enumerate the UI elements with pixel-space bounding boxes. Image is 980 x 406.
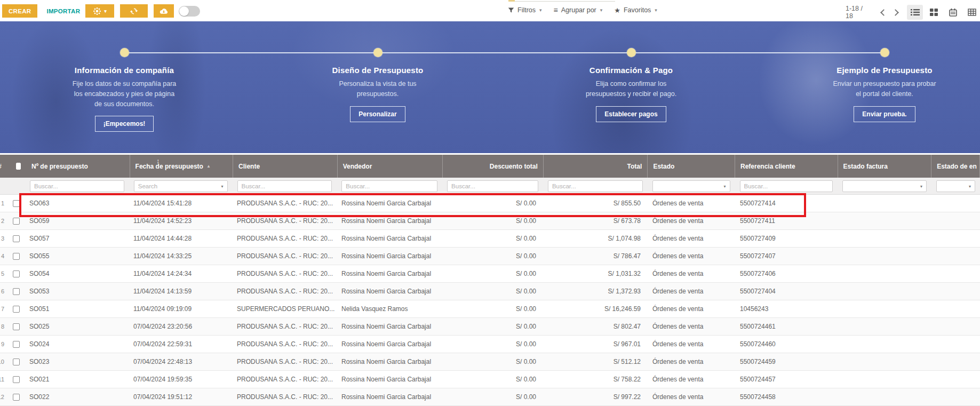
cell-state: Órdenes de venta [647, 230, 735, 247]
group-by-menu[interactable]: ≡ Agrupar por ▾ [554, 6, 603, 14]
filter-input-client[interactable] [237, 180, 332, 192]
select-all-checkbox[interactable] [11, 155, 26, 178]
chevron-down-icon: ▾ [221, 184, 224, 189]
cell-client-reference: 5500727409 [735, 230, 838, 247]
table-row[interactable]: 9 SO024 07/04/2024 22:59:31 PRODUSANA S.… [0, 336, 980, 353]
customize-layout-button[interactable]: Personalizar [350, 106, 405, 122]
setup-payments-button[interactable]: Establecer pagos [596, 106, 666, 122]
filter-select-delivery-state[interactable]: ▾ [936, 180, 975, 192]
column-header-client-reference[interactable]: Referencia cliente [735, 155, 838, 178]
cell-seller: Rossina Noemi Garcia Carbajal [336, 318, 442, 335]
table-row[interactable]: 1 SO063 11/04/2024 15:41:28 PRODUSANA S.… [0, 195, 980, 212]
cell-client: PRODUSANA S.A.C. - RUC: 20... [232, 371, 336, 388]
row-checkbox[interactable] [13, 288, 20, 295]
table-row[interactable]: 7 SO051 11/04/2024 09:19:09 SUPERMERCADO… [0, 300, 980, 318]
favorites-menu[interactable]: ★ Favoritos ▾ [614, 6, 657, 14]
filter-input-so-number[interactable] [30, 180, 124, 192]
cell-delivery-state [931, 353, 980, 370]
row-checkbox[interactable] [13, 235, 20, 242]
company-setup-button[interactable]: ¡Empecemos! [95, 116, 154, 132]
column-header-delivery-state[interactable]: Estado de en [931, 155, 980, 178]
filter-input-total[interactable] [548, 180, 643, 192]
row-checkbox[interactable] [13, 359, 20, 365]
calendar-view-button[interactable] [945, 5, 961, 20]
table-row[interactable]: 12 SO022 07/04/2024 19:51:12 PRODUSANA S… [0, 388, 980, 406]
table-row[interactable]: 5 SO054 11/04/2024 14:24:34 PRODUSANA S.… [0, 265, 980, 283]
column-header-state[interactable]: Estado [648, 155, 735, 178]
cell-total: S/ 967.01 [543, 336, 647, 353]
cell-seller: Rossina Noemi Garcia Carbajal [336, 195, 442, 212]
cell-client: PRODUSANA S.A.C. - RUC: 20... [232, 212, 336, 229]
column-header-so-number[interactable]: Nº de presupuesto [26, 155, 130, 178]
cell-state: Órdenes de venta [647, 371, 735, 388]
onboarding-step-quotation-layout: Diseño de Presupuesto Personaliza la vis… [290, 66, 466, 122]
row-checkbox[interactable] [13, 341, 20, 348]
row-checkbox[interactable] [13, 376, 20, 383]
filter-select-state[interactable]: ▾ [652, 180, 730, 192]
column-header-seller[interactable]: Vendedor [338, 155, 443, 178]
cell-delivery-state [931, 300, 980, 317]
table-row[interactable]: 11 SO021 07/04/2024 19:59:35 PRODUSANA S… [0, 371, 980, 388]
table-row[interactable]: 3 SO057 11/04/2024 14:44:28 PRODUSANA S.… [0, 230, 980, 248]
onboarding-step-confirmation-payment: Confirmación & Pago Elija como confirmar… [543, 66, 719, 122]
cell-discount: S/ 0.00 [442, 248, 543, 265]
column-header-invoice-state[interactable]: Estado factura [838, 155, 932, 178]
cell-total: S/ 855.50 [543, 195, 647, 212]
column-header-discount[interactable]: Descuento total [443, 155, 544, 178]
row-checkbox[interactable] [13, 323, 20, 330]
cell-date: 07/04/2024 22:48:13 [128, 353, 232, 370]
onboarding-banner: Información de compañía Fije los datos d… [0, 21, 980, 153]
settings-dropdown-button[interactable]: ▾ [85, 4, 114, 18]
column-header-client[interactable]: Cliente [233, 155, 338, 178]
row-checkbox[interactable] [13, 253, 20, 260]
kanban-view-icon [930, 9, 938, 16]
filter-select-invoice-state[interactable]: ▾ [842, 180, 927, 192]
create-button[interactable]: CREAR [2, 4, 37, 18]
import-button[interactable]: IMPORTAR [46, 8, 80, 14]
chevron-down-icon: ▾ [723, 184, 726, 189]
row-checkbox[interactable] [13, 270, 20, 277]
cell-state: Órdenes de venta [647, 212, 735, 229]
pager-previous-button[interactable] [877, 6, 887, 18]
cell-discount: S/ 0.00 [442, 283, 543, 300]
filter-input-discount[interactable] [447, 180, 538, 192]
list-view-button[interactable] [907, 5, 923, 20]
cell-state: Órdenes de venta [647, 353, 735, 370]
cloud-sync-button[interactable] [154, 4, 174, 18]
pager-next-button[interactable] [890, 6, 901, 18]
filter-select-date[interactable]: Search ▾ [134, 180, 228, 192]
cell-seller: Rossina Noemi Garcia Carbajal [336, 283, 442, 300]
kanban-view-button[interactable] [926, 5, 942, 20]
row-checkbox[interactable] [13, 394, 20, 401]
row-checkbox[interactable] [13, 218, 20, 225]
row-checkbox[interactable] [13, 200, 20, 207]
cell-date: 07/04/2024 23:20:56 [128, 318, 232, 335]
table-row[interactable]: 2 SO059 11/04/2024 14:52:23 PRODUSANA S.… [0, 212, 980, 230]
pivot-view-button[interactable] [964, 5, 980, 20]
column-header-total[interactable]: Total [544, 155, 648, 178]
filter-input-client-reference[interactable] [740, 180, 833, 192]
row-checkbox[interactable] [13, 306, 20, 313]
cell-invoice-state [838, 353, 931, 370]
filter-input-seller[interactable] [341, 180, 437, 192]
table-row[interactable]: 10 SO023 07/04/2024 22:48:13 PRODUSANA S… [0, 353, 980, 371]
step-dot-2 [373, 48, 383, 57]
cell-delivery-state [931, 283, 980, 300]
cell-state: Órdenes de venta [647, 283, 735, 300]
column-header-date[interactable]: Fecha de presupuesto ▲ [130, 155, 234, 178]
cell-so-number: SO054 [24, 265, 128, 282]
cell-client: PRODUSANA S.A.C. - RUC: 20... [232, 248, 336, 265]
cell-client-reference: 5500724461 [735, 318, 838, 335]
cell-seller: Nelida Vasquez Ramos [336, 300, 442, 317]
cell-invoice-state [838, 371, 931, 388]
table-row[interactable]: 8 SO025 07/04/2024 23:20:56 PRODUSANA S.… [0, 318, 980, 336]
cell-invoice-state [838, 300, 931, 317]
table-row[interactable]: 6 SO053 11/04/2024 14:13:59 PRODUSANA S.… [0, 283, 980, 300]
table-row[interactable]: 4 SO055 11/04/2024 14:33:25 PRODUSANA S.… [0, 248, 980, 265]
send-sample-button[interactable]: Enviar prueba. [854, 106, 915, 122]
toggle-switch[interactable] [179, 6, 200, 17]
refresh-button[interactable] [120, 4, 148, 18]
cell-delivery-state [931, 336, 980, 353]
step-dot-4 [880, 48, 889, 57]
filters-menu[interactable]: Filtros ▾ [508, 6, 542, 14]
